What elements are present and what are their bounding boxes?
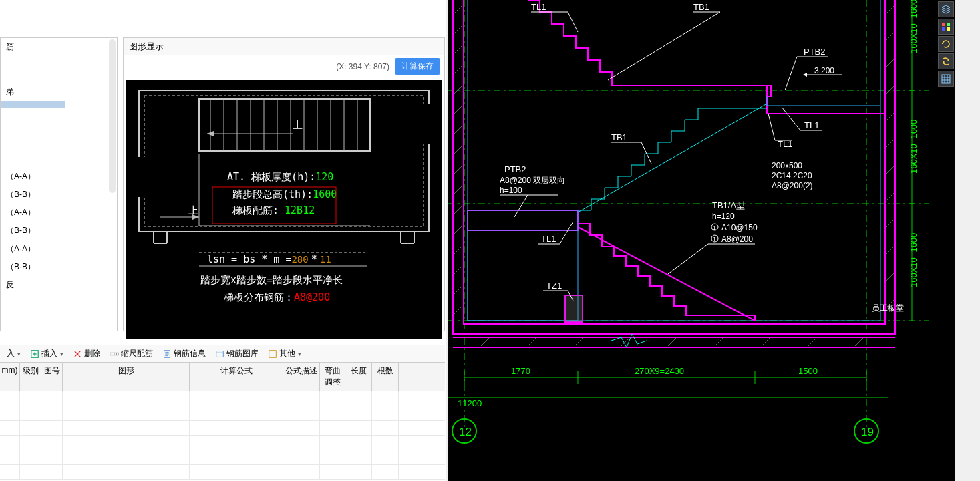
svg-rect-3 <box>421 104 432 144</box>
tree-item[interactable]: （B-B） <box>1 258 117 276</box>
svg-line-73 <box>886 5 894 13</box>
palette-icon[interactable] <box>938 19 954 35</box>
svg-text:160X10=1600: 160X10=1600 <box>909 0 919 53</box>
grid-header-cell: 根数 <box>372 363 399 391</box>
table-row[interactable] <box>0 391 445 406</box>
svg-text:1: 1 <box>713 224 716 231</box>
other-button[interactable]: 其他▾ <box>264 347 305 361</box>
svg-line-58 <box>454 25 462 33</box>
svg-rect-40 <box>269 350 277 357</box>
svg-line-85 <box>481 338 489 346</box>
graphic-canvas[interactable]: 上 上 AT. 梯板厚度(h):120 踏步段总高(th):1600 梯板配筋:… <box>126 80 442 339</box>
grid-header-cell: 弯曲调整 <box>320 363 345 391</box>
svg-line-82 <box>886 246 894 254</box>
tree-item-selected[interactable] <box>1 101 65 108</box>
svg-line-77 <box>886 112 894 120</box>
svg-line-78 <box>886 139 894 147</box>
svg-line-125 <box>668 244 708 274</box>
rebar-grid[interactable]: mm)级别图号图形计算公式公式描述弯曲调整长度根数 <box>0 362 445 480</box>
grid-icon[interactable] <box>938 71 954 87</box>
refresh-icon[interactable] <box>938 53 954 69</box>
svg-rect-151 <box>942 75 950 83</box>
svg-rect-52 <box>468 210 578 230</box>
svg-line-75 <box>886 59 894 67</box>
svg-line-91 <box>762 338 770 346</box>
svg-rect-39 <box>216 351 224 357</box>
svg-line-63 <box>454 126 462 134</box>
tree-item[interactable]: 弟 <box>1 83 117 101</box>
tree-panel[interactable]: 筋 弟 （A-A） （B-B） （A-A） （B-B） （A-A） （B-B） … <box>0 37 118 331</box>
svg-text:踏步段总高(th):1600: 踏步段总高(th):1600 <box>232 188 337 200</box>
insert-top-button[interactable]: 入▾ <box>3 347 25 361</box>
rebar-lib-button[interactable]: 钢筋图库 <box>211 347 263 361</box>
tree-item[interactable]: （B-B） <box>1 186 117 204</box>
table-row[interactable] <box>0 436 445 450</box>
svg-text:2C14:2C20: 2C14:2C20 <box>772 171 812 180</box>
svg-text:A8@200 双层双向: A8@200 双层双向 <box>500 176 565 185</box>
table-row[interactable] <box>0 421 445 436</box>
svg-line-76 <box>886 86 894 94</box>
svg-rect-148 <box>947 23 950 26</box>
svg-rect-147 <box>942 23 945 26</box>
table-row[interactable] <box>0 450 445 465</box>
svg-text:AT. 梯板厚度(h):120: AT. 梯板厚度(h):120 <box>227 171 333 183</box>
svg-line-66 <box>454 186 462 194</box>
svg-line-57 <box>454 5 462 13</box>
svg-text:踏步宽x踏步数=踏步段水平净长: 踏步宽x踏步数=踏步段水平净长 <box>200 274 343 286</box>
svg-line-68 <box>454 226 462 234</box>
svg-text:TB1/A型: TB1/A型 <box>712 200 745 210</box>
svg-rect-2 <box>136 157 147 197</box>
graphic-panel: 图形显示 (X: 394 Y: 807) 计算保存 <box>123 37 445 331</box>
svg-line-62 <box>454 106 462 114</box>
svg-text:TB1: TB1 <box>693 2 709 12</box>
svg-text:A10@150: A10@150 <box>721 223 758 232</box>
right-toolbar <box>938 1 954 87</box>
svg-text:TL1: TL1 <box>804 120 819 130</box>
svg-text:1: 1 <box>713 236 716 243</box>
table-row[interactable] <box>0 406 445 421</box>
svg-text:TZ1: TZ1 <box>546 281 562 291</box>
delete-button[interactable]: 删除 <box>69 347 104 361</box>
tree-item[interactable]: （A-A） <box>1 168 117 186</box>
svg-text:270X9=2430: 270X9=2430 <box>635 366 684 376</box>
svg-text:员工板堂: 员工板堂 <box>872 303 904 313</box>
svg-text:TB1: TB1 <box>611 132 627 142</box>
svg-text:上: 上 <box>188 204 198 216</box>
tree-item[interactable]: 筋 <box>1 38 117 56</box>
svg-text:h=120: h=120 <box>712 212 735 221</box>
svg-line-103 <box>782 107 800 130</box>
svg-text:A8@200: A8@200 <box>721 234 753 244</box>
calc-save-button[interactable]: 计算保存 <box>395 58 440 75</box>
svg-line-86 <box>528 338 536 346</box>
svg-text:19: 19 <box>861 426 874 438</box>
svg-line-79 <box>886 166 894 174</box>
ruler-button[interactable]: 缩尺配筋 <box>106 347 157 361</box>
tree-item[interactable]: （B-B） <box>1 222 117 240</box>
coord-readout: (X: 394 Y: 807) <box>336 62 389 71</box>
svg-text:3.200: 3.200 <box>814 66 834 75</box>
svg-line-93 <box>855 338 863 346</box>
restore-icon[interactable] <box>938 36 954 52</box>
svg-line-72 <box>454 306 462 314</box>
cad-viewport[interactable]: 160X10=1600 160X10=1600 160X10=1600 <box>448 0 955 481</box>
tree-item[interactable]: 反 <box>1 276 117 294</box>
rebar-info-button[interactable]: 钢筋信息 <box>158 347 210 361</box>
insert-button[interactable]: 插入▾ <box>26 347 67 361</box>
table-row[interactable] <box>0 465 445 480</box>
svg-text:梯板配筋: 12B12: 梯板配筋: 12B12 <box>232 204 315 216</box>
svg-line-128 <box>560 222 573 244</box>
svg-rect-150 <box>947 27 950 31</box>
tree-item[interactable]: （A-A） <box>1 204 117 222</box>
svg-line-89 <box>668 338 676 346</box>
svg-line-65 <box>454 166 462 174</box>
svg-line-59 <box>454 45 462 53</box>
svg-line-83 <box>886 273 894 281</box>
svg-text:lsn = bs * m =280*11: lsn = bs * m =280*11 <box>207 253 331 265</box>
tree-item[interactable]: （A-A） <box>1 240 117 258</box>
grid-header-cell: 计算公式 <box>190 363 283 391</box>
svg-text:160X10=1600: 160X10=1600 <box>909 120 919 174</box>
svg-line-112 <box>514 195 528 217</box>
tree-scrollbar[interactable] <box>109 39 116 193</box>
svg-line-61 <box>454 86 462 94</box>
layers-icon[interactable] <box>938 1 954 17</box>
